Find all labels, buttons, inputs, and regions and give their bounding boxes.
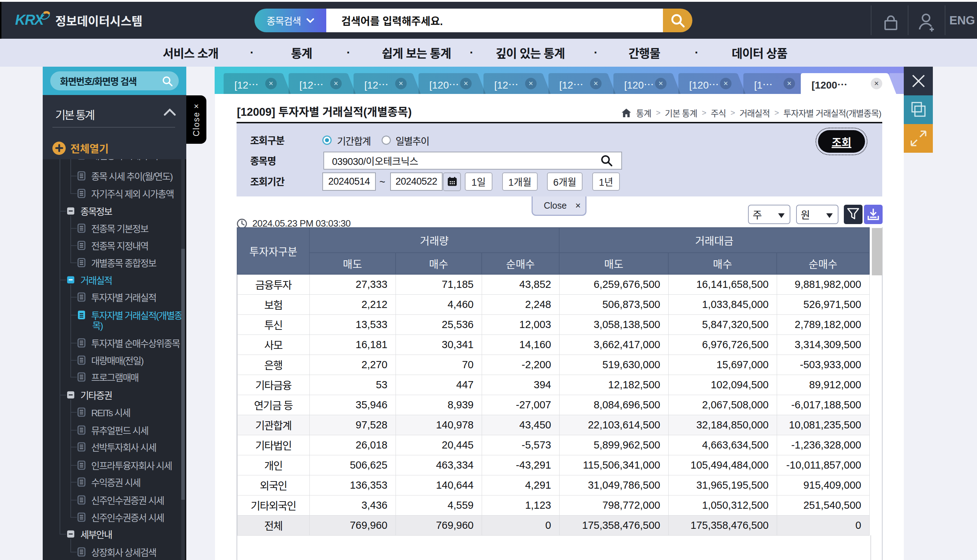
svg-text:KRX: KRX <box>15 12 45 28</box>
